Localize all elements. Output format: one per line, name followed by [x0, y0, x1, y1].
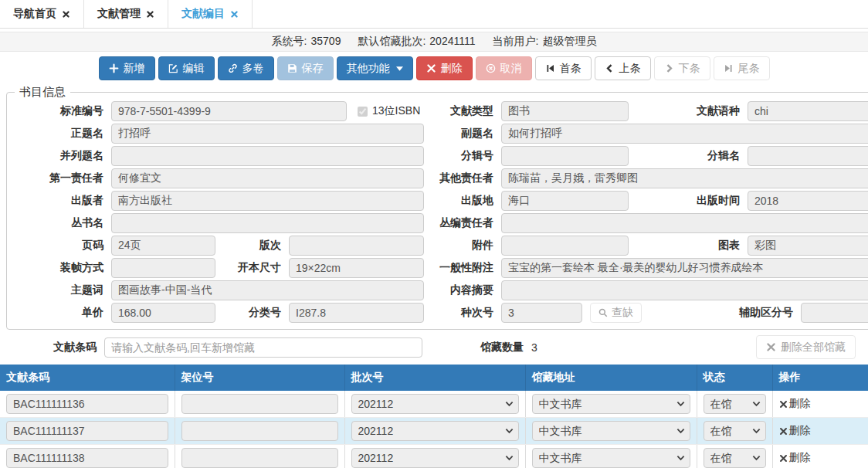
- holding-count-label: 馆藏数量: [480, 341, 524, 354]
- header-location: 馆藏地址: [525, 365, 697, 391]
- language-field[interactable]: [748, 101, 868, 121]
- subject-field[interactable]: [111, 280, 424, 300]
- tab-bar: 导航首页 文献管理 文献编目: [0, 0, 868, 29]
- pub-time-field[interactable]: [748, 191, 868, 211]
- charts-field[interactable]: [748, 236, 868, 256]
- row-status-select[interactable]: 在馆: [704, 421, 766, 441]
- fascicle-name-field[interactable]: [748, 146, 868, 166]
- standard-no-field[interactable]: [111, 101, 347, 121]
- edition-label: 版次: [215, 239, 289, 253]
- header-batch: 批次号: [344, 365, 525, 391]
- add-button[interactable]: 新增: [99, 56, 155, 80]
- row-batch-select[interactable]: 202112: [351, 448, 519, 468]
- row-delete-button[interactable]: 删除: [779, 424, 811, 438]
- x-icon: [779, 454, 788, 463]
- doc-type-field[interactable]: [501, 101, 629, 121]
- parallel-title-label: 并列题名: [15, 149, 111, 163]
- first-record-button[interactable]: 首条: [535, 56, 592, 80]
- edition-field[interactable]: [289, 236, 424, 256]
- fascicle-no-label: 分辑号: [424, 149, 501, 163]
- row-status-select[interactable]: 在馆: [704, 394, 766, 414]
- prev-record-button[interactable]: 上条: [595, 56, 651, 80]
- row-barcode-field[interactable]: [6, 421, 168, 441]
- more-functions-button[interactable]: 其他功能: [337, 56, 413, 80]
- x-icon: [779, 400, 788, 409]
- row-delete-button[interactable]: 删除: [779, 451, 811, 465]
- barcode-input[interactable]: [104, 337, 422, 358]
- pub-place-field[interactable]: [501, 191, 629, 211]
- delete-all-holdings-button: 删除全部馆藏: [756, 335, 856, 359]
- row-batch-select[interactable]: 202112: [351, 394, 519, 414]
- multi-volume-button[interactable]: 多卷: [218, 56, 274, 80]
- binding-label: 装帧方式: [15, 261, 111, 275]
- isbn13-label: 13位ISBN: [372, 104, 420, 118]
- general-note-field[interactable]: [501, 258, 868, 278]
- row-location-select[interactable]: 中文书库: [532, 394, 690, 414]
- fascicle-no-field[interactable]: [501, 146, 629, 166]
- plus-icon: [109, 63, 119, 73]
- publisher-label: 出版者: [15, 194, 111, 208]
- default-holding-batch: 默认馆藏批次:20241111: [358, 35, 475, 49]
- system-number: 系统号:35709: [272, 35, 341, 49]
- subtitle-label: 副题名: [424, 127, 501, 141]
- edit-button[interactable]: 编辑: [158, 56, 215, 80]
- class-no-field[interactable]: [289, 303, 424, 323]
- pub-time-label: 出版时间: [629, 194, 748, 208]
- pages-field[interactable]: [111, 236, 215, 256]
- link-icon: [228, 63, 238, 73]
- size-field[interactable]: [289, 258, 424, 278]
- save-button: 保存: [277, 56, 334, 80]
- price-field[interactable]: [111, 303, 215, 323]
- seq-no-label: 种次号: [424, 306, 501, 320]
- tab-doc-cataloging[interactable]: 文献编目: [168, 0, 253, 28]
- row-delete-button[interactable]: 删除: [779, 397, 811, 411]
- row-status-select[interactable]: 在馆: [704, 448, 766, 468]
- tab-nav-home[interactable]: 导航首页: [0, 0, 84, 28]
- holdings-table: 文献条码 架位号 批次号 馆藏地址 状态 操作 202112 中文书库 在馆 删…: [0, 365, 868, 468]
- tab-doc-management[interactable]: 文献管理: [84, 0, 168, 28]
- abstract-field[interactable]: [501, 280, 868, 300]
- ban-icon: [486, 63, 496, 73]
- close-icon[interactable]: [146, 10, 154, 19]
- row-location-select[interactable]: 中文书库: [532, 448, 690, 468]
- subtitle-field[interactable]: [501, 124, 868, 144]
- tab-label: 文献管理: [97, 7, 141, 21]
- row-shelf-field[interactable]: [181, 394, 338, 414]
- title-field[interactable]: [111, 124, 424, 144]
- row-batch-select[interactable]: 202112: [351, 421, 519, 441]
- binding-field[interactable]: [111, 258, 215, 278]
- row-shelf-field[interactable]: [181, 421, 338, 441]
- class-no-label: 分类号: [215, 306, 289, 320]
- header-barcode: 文献条码: [0, 365, 175, 391]
- charts-label: 图表: [629, 239, 748, 253]
- row-shelf-field[interactable]: [181, 448, 338, 468]
- chevron-left-icon: [605, 63, 615, 73]
- row-barcode-field[interactable]: [6, 448, 168, 468]
- row-barcode-field[interactable]: [6, 394, 168, 414]
- aux-no-field[interactable]: [801, 303, 868, 323]
- size-label: 开本尺寸: [215, 261, 289, 275]
- attachment-field[interactable]: [501, 236, 629, 256]
- other-authors-field[interactable]: [501, 168, 868, 188]
- seq-no-field[interactable]: [501, 303, 582, 323]
- edit-icon: [168, 63, 178, 73]
- close-icon[interactable]: [230, 10, 239, 19]
- save-icon: [287, 63, 297, 73]
- doc-type-label: 文献类型: [424, 104, 501, 118]
- x-icon: [766, 342, 776, 352]
- close-icon[interactable]: [62, 10, 70, 19]
- row-location-select[interactable]: 中文书库: [532, 421, 690, 441]
- series-author-field[interactable]: [501, 213, 868, 233]
- chevron-right-icon: [664, 63, 674, 73]
- series-name-field[interactable]: [111, 213, 424, 233]
- search-icon: [598, 308, 608, 317]
- publisher-field[interactable]: [111, 191, 424, 211]
- holdings-row: 202112 中文书库 在馆 删除: [0, 391, 868, 418]
- standard-no-label: 标准编号: [15, 104, 111, 118]
- first-author-field[interactable]: [111, 168, 424, 188]
- barcode-label: 文献条码: [6, 341, 104, 354]
- parallel-title-field[interactable]: [111, 146, 424, 166]
- price-label: 单价: [15, 306, 111, 320]
- delete-button[interactable]: 删除: [416, 56, 473, 80]
- fascicle-name-label: 分辑名: [629, 149, 748, 163]
